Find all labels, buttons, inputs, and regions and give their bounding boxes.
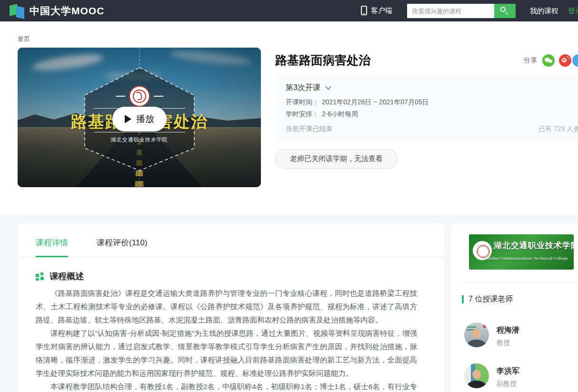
share-label: 分享 [524,56,537,65]
page-title: 路基路面病害处治 [275,52,370,68]
mooc-book-icon [10,4,26,18]
search-icon [500,7,506,12]
search-input[interactable] [407,4,494,18]
course-info-panel: 第3次开课 开课时间：2021年02月28日 ~ 2021年07月05日 学时安… [275,75,578,142]
chevron-down-icon [325,84,331,90]
play-label: 播放 [136,113,154,125]
course-detail-card: 课程详情 课程评价(110) 课程概述 《路基路面病害处治》课程是交通运输大类道… [18,223,444,392]
closed-term-button[interactable]: 老师已关闭该学期，无法查看 [275,149,398,169]
share-wechat-icon[interactable] [542,54,555,67]
teacher-title: 副教授 [497,376,519,388]
enrolled-count: 已有 723 人参加 [538,125,578,133]
sidebar-card: 湖北交通职业技术学院 Hubei Communications Technica… [451,223,578,392]
schedule-row: 开课时间：2021年02月28日 ~ 2021年07月05日 [286,98,429,107]
course-tabs: 课程详情 课程评价(110) [36,237,147,258]
client-app-link[interactable]: 客户端 [361,6,392,15]
overview-heading: 课程概述 [50,271,84,282]
effort-row: 学时安排：2-6小时每周 [286,110,358,119]
login-link[interactable]: 登录 [568,7,578,16]
section-marker [462,295,464,303]
share-row: 分享 [524,54,571,67]
schedule-label: 开课时间： [286,98,319,106]
overview-paragraph: 《路基路面病害处治》课程是交通运输大类道路养护与管理专业的一门专业核心课程，同时… [36,287,417,327]
phone-icon [361,6,367,15]
my-courses-link[interactable]: 我的课程 [530,7,558,16]
site-logo-text: 中国大学MOOC [30,4,104,18]
course-searchbar [407,4,516,18]
play-button[interactable]: 播放 [112,107,167,131]
overview-paragraph: 本课程教学团队结构合理，有教授1名，副教授2名，中级职称4名，初级职称1名；博士… [36,380,417,392]
tab-course-detail[interactable]: 课程详情 [36,237,68,258]
share-qq-icon[interactable] [572,54,578,67]
share-weibo-icon[interactable] [559,54,571,67]
overview-paragraphs: 《路基路面病害处治》课程是交通运输大类道路养护与管理专业的一门专业核心课程，同时… [36,287,417,392]
teacher-name: 李洪军 [497,363,519,376]
effort-label: 学时安排： [286,110,319,118]
teacher-avatar [464,322,489,347]
client-label: 客户端 [371,6,392,15]
search-button[interactable] [494,4,516,18]
teacher-list-item[interactable]: 程海潜 教授 [464,322,519,347]
top-navbar: 中国大学MOOC 客户端 我的课程 登录 [0,0,578,21]
term-selector[interactable]: 第3次开课 [286,83,330,93]
term-label: 第3次开课 [286,83,320,93]
breadcrumb[interactable]: 首页 [18,35,30,43]
teacher-avatar [464,363,489,388]
play-icon [125,115,131,123]
video-overlay-school: 湖北交通职业技术学院 [18,136,261,143]
sidebar-divider [460,282,578,282]
course-video-thumbnail[interactable]: 路基路面病害处治 湖北交通职业技术学院 播放 [18,48,261,187]
overview-section-header: 课程概述 [36,271,84,282]
teacher-title: 教授 [497,335,519,347]
teachers-heading: 7 位授课老师 [468,294,513,304]
effort-value: 2-6小时每周 [322,110,358,118]
teachers-header: 7 位授课老师 [462,294,513,304]
college-name-cn: 湖北交通职业技术学院 [494,240,572,251]
teacher-list-item[interactable]: 李洪军 副教授 [464,363,519,388]
course-status: 当前开课已结束 [286,125,332,133]
college-name-en: Hubei Communications Technical College [483,256,572,261]
grid-icon [36,272,44,281]
site-logo[interactable]: 中国大学MOOC [10,4,104,18]
overview-paragraph: 课程构建了以“认知病害-分析成因-制定措施”为主线的授课思路，通过大量图片、视频… [36,327,417,380]
overlay-divider [94,132,185,132]
teacher-name: 程海潜 [497,322,519,335]
tabs-divider [18,257,444,258]
tab-course-reviews[interactable]: 课程评价(110) [97,237,147,258]
schedule-value: 2021年02月28日 ~ 2021年07月05日 [322,98,429,106]
college-banner[interactable]: 湖北交通职业技术学院 Hubei Communications Technica… [469,234,574,270]
